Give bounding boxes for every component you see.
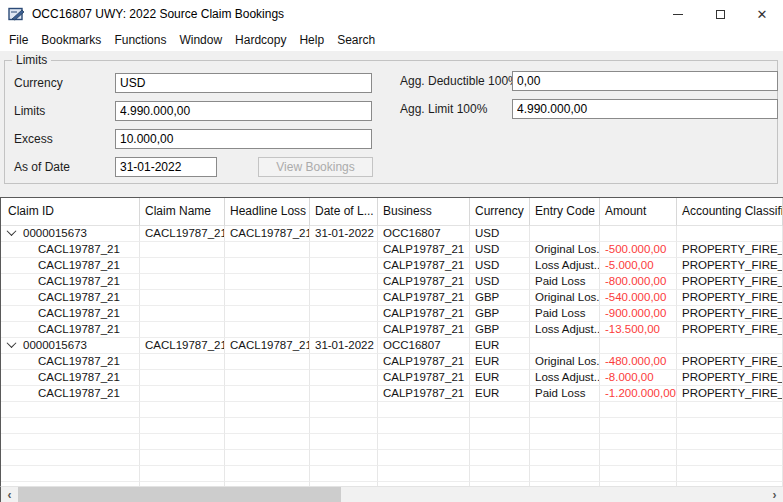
empty-cell xyxy=(470,450,530,466)
empty-cell xyxy=(470,418,530,434)
table-row[interactable]: CACL19787_21CALP19787_21EURPaid Loss-1.2… xyxy=(1,386,783,402)
empty-cell xyxy=(310,418,378,434)
empty-cell xyxy=(225,402,310,418)
table-row[interactable]: 0000015673CACL19787_21CACL19787_2131-01-… xyxy=(1,338,783,354)
window-controls: ✕ xyxy=(657,0,783,28)
table-row[interactable]: CACL19787_21CALP19787_21GBPOriginal Los.… xyxy=(1,290,783,306)
scrollbar-thumb[interactable] xyxy=(18,487,341,502)
column-header-entry-code[interactable]: Entry Code xyxy=(530,198,600,226)
table-row[interactable]: CACL19787_21CALP19787_21USDOriginal Los.… xyxy=(1,242,783,258)
table-row[interactable]: CACL19787_21CALP19787_21USDLoss Adjust..… xyxy=(1,258,783,274)
as-of-date-label: As of Date xyxy=(14,157,70,177)
limits-field[interactable] xyxy=(115,101,372,121)
cell-entry-code: Original Los... xyxy=(530,290,600,306)
cell-headline-loss: CACL19787_21 xyxy=(225,226,310,242)
cell-claim-id: CACL19787_21 xyxy=(1,354,140,370)
cell-headline-loss xyxy=(225,306,310,322)
cell-headline-loss xyxy=(225,290,310,306)
cell-date-of-loss xyxy=(310,386,378,402)
table-row[interactable]: CACL19787_21CALP19787_21GBPPaid Loss-900… xyxy=(1,306,783,322)
column-header-business[interactable]: Business xyxy=(378,198,470,226)
empty-cell xyxy=(225,466,310,482)
empty-cell xyxy=(310,450,378,466)
cell-headline-loss xyxy=(225,274,310,290)
cell-claim-id: CACL19787_21 xyxy=(1,274,140,290)
view-bookings-button[interactable]: View Bookings xyxy=(258,157,373,177)
cell-accounting-classification: PROPERTY_FIRE_C xyxy=(677,322,783,338)
column-header-claim-id[interactable]: Claim ID xyxy=(1,198,140,226)
chevron-down-icon[interactable] xyxy=(7,226,17,236)
cell-date-of-loss xyxy=(310,290,378,306)
title-bar[interactable]: OCC16807 UWY: 2022 Source Claim Bookings… xyxy=(0,0,783,28)
cell-accounting-classification: PROPERTY_FIRE_C xyxy=(677,306,783,322)
table-row[interactable]: CACL19787_21CALP19787_21EUROriginal Los.… xyxy=(1,354,783,370)
cell-currency: EUR xyxy=(470,370,530,386)
agg-deductible-label: Agg. Deductible 100% xyxy=(400,71,519,91)
table-body: 0000015673CACL19787_21CACL19787_2131-01-… xyxy=(1,226,783,486)
empty-cell xyxy=(1,418,140,434)
maximize-button[interactable] xyxy=(699,0,741,28)
column-header-currency[interactable]: Currency xyxy=(470,198,530,226)
menu-item-help[interactable]: Help xyxy=(299,33,324,47)
menu-item-window[interactable]: Window xyxy=(179,33,222,47)
cell-currency: GBP xyxy=(470,290,530,306)
agg-limit-field[interactable] xyxy=(512,99,778,119)
cell-claim-id: CACL19787_21 xyxy=(1,306,140,322)
table-row[interactable]: 0000015673CACL19787_21CACL19787_2131-01-… xyxy=(1,226,783,242)
menu-item-search[interactable]: Search xyxy=(337,33,375,47)
excess-field[interactable] xyxy=(115,129,372,149)
cell-claim-id: CACL19787_21 xyxy=(1,370,140,386)
cell-amount: -500.000,00 xyxy=(600,242,677,258)
cell-currency: EUR xyxy=(470,354,530,370)
scroll-left-button[interactable]: ‹ xyxy=(1,487,18,502)
empty-cell xyxy=(378,450,470,466)
empty-cell xyxy=(600,450,677,466)
limits-form: Limits Currency Limits Excess As of Date… xyxy=(0,51,783,197)
empty-cell xyxy=(600,466,677,482)
cell-date-of-loss xyxy=(310,322,378,338)
as-of-date-field[interactable] xyxy=(115,157,217,177)
empty-cell xyxy=(1,402,140,418)
menu-item-functions[interactable]: Functions xyxy=(114,33,166,47)
menu-item-hardcopy[interactable]: Hardcopy xyxy=(235,33,286,47)
cell-currency: USD xyxy=(470,274,530,290)
cell-date-of-loss xyxy=(310,242,378,258)
cell-business: CALP19787_21 xyxy=(378,322,470,338)
column-header-amount[interactable]: Amount xyxy=(600,198,677,226)
cell-date-of-loss xyxy=(310,354,378,370)
empty-cell xyxy=(140,402,225,418)
empty-cell xyxy=(677,450,783,466)
menu-item-bookmarks[interactable]: Bookmarks xyxy=(41,33,101,47)
column-header-date-of-loss[interactable]: Date of L... xyxy=(310,198,378,226)
empty-cell xyxy=(1,450,140,466)
minimize-button[interactable] xyxy=(657,0,699,28)
table-row[interactable]: CACL19787_21CALP19787_21EURLoss Adjust..… xyxy=(1,370,783,386)
bookings-table: Claim IDClaim NameHeadline LossDate of L… xyxy=(0,197,783,486)
table-header-row: Claim IDClaim NameHeadline LossDate of L… xyxy=(1,198,783,226)
column-header-accounting-classification[interactable]: Accounting Classific.. xyxy=(677,198,783,226)
cell-headline-loss xyxy=(225,258,310,274)
cell-entry-code: Paid Loss xyxy=(530,306,600,322)
agg-deductible-field[interactable] xyxy=(512,71,778,91)
table-row[interactable]: CACL19787_21CALP19787_21GBPLoss Adjust..… xyxy=(1,322,783,338)
cell-amount: -480.000,00 xyxy=(600,354,677,370)
excess-label: Excess xyxy=(14,129,53,149)
column-header-claim-name[interactable]: Claim Name xyxy=(140,198,225,226)
empty-cell xyxy=(677,418,783,434)
empty-cell xyxy=(470,466,530,482)
cell-currency: EUR xyxy=(470,386,530,402)
column-header-headline-loss[interactable]: Headline Loss xyxy=(225,198,310,226)
cell-business: CALP19787_21 xyxy=(378,258,470,274)
chevron-down-icon[interactable] xyxy=(7,338,17,348)
cell-accounting-classification: PROPERTY_FIRE_C xyxy=(677,354,783,370)
cell-currency: GBP xyxy=(470,306,530,322)
close-button[interactable]: ✕ xyxy=(741,0,783,28)
cell-claim-name xyxy=(140,258,225,274)
currency-field[interactable] xyxy=(115,73,372,93)
scroll-right-button[interactable]: › xyxy=(766,487,783,502)
menu-item-file[interactable]: File xyxy=(9,33,28,47)
cell-accounting-classification: PROPERTY_FIRE_C xyxy=(677,274,783,290)
cell-date-of-loss: 31-01-2022 xyxy=(310,338,378,354)
horizontal-scrollbar[interactable]: ‹ › xyxy=(0,486,783,502)
table-row[interactable]: CACL19787_21CALP19787_21USDPaid Loss-800… xyxy=(1,274,783,290)
